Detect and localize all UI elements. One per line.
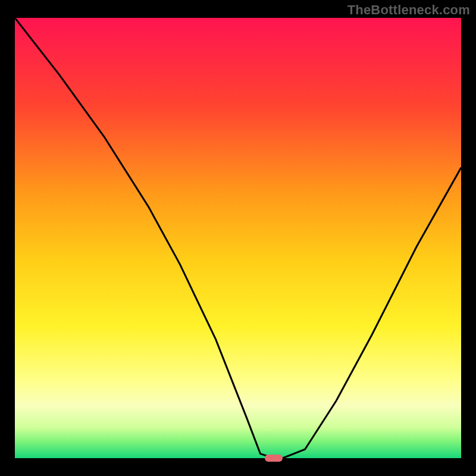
optimum-marker [265, 455, 283, 462]
plot-region [15, 18, 461, 458]
attribution-label: TheBottleneck.com [347, 2, 470, 18]
gradient-background [15, 18, 461, 458]
chart-svg [15, 18, 461, 458]
chart-frame: TheBottleneck.com [0, 0, 476, 476]
